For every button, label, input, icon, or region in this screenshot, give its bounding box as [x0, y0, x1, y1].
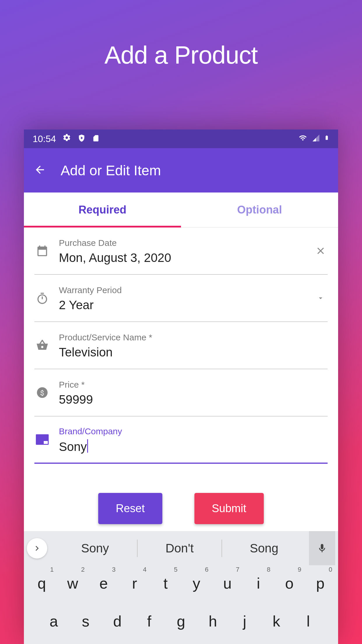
field-brand[interactable]: Brand/Company Sony — [34, 416, 328, 464]
phone-frame: 10:54 Add or Edit I — [24, 130, 338, 644]
signal-icon — [312, 134, 320, 144]
field-value: Mon, August 3, 2020 — [59, 251, 305, 265]
status-bar: 10:54 — [24, 130, 338, 148]
key-s[interactable]: s — [70, 606, 101, 636]
key-i[interactable]: i8 — [243, 568, 274, 598]
key-t[interactable]: t5 — [150, 568, 181, 598]
key-e[interactable]: e3 — [88, 568, 119, 598]
field-value: Television — [59, 345, 328, 359]
field-warranty-period[interactable]: Warranty Period 2 Year — [34, 275, 328, 322]
form: Purchase Date Mon, August 3, 2020 Warran… — [24, 228, 338, 531]
app-bar: Add or Edit Item — [24, 148, 338, 192]
folder-icon — [34, 432, 50, 447]
sd-card-icon — [92, 134, 100, 144]
key-d[interactable]: d — [101, 606, 133, 636]
field-label: Brand/Company — [59, 426, 328, 436]
suggestion-3[interactable]: Song — [222, 536, 306, 561]
field-value: 2 Year — [59, 298, 305, 312]
key-u[interactable]: u7 — [212, 568, 243, 598]
tab-required[interactable]: Required — [24, 192, 181, 227]
field-label: Purchase Date — [59, 238, 305, 248]
key-k[interactable]: k — [261, 606, 292, 636]
clear-icon[interactable] — [314, 244, 328, 258]
basket-icon — [34, 337, 50, 353]
field-price[interactable]: Price * 59999 — [34, 369, 328, 416]
microphone-icon[interactable] — [309, 531, 335, 565]
key-j[interactable]: j — [229, 606, 261, 636]
status-time: 10:54 — [33, 134, 56, 144]
wifi-icon — [298, 134, 308, 144]
field-value: 59999 — [59, 393, 328, 407]
back-arrow-icon[interactable] — [34, 164, 46, 177]
svg-point-0 — [38, 295, 46, 303]
key-f[interactable]: f — [133, 606, 165, 636]
tabs: Required Optional — [24, 192, 338, 228]
field-purchase-date[interactable]: Purchase Date Mon, August 3, 2020 — [34, 228, 328, 275]
submit-button[interactable]: Submit — [194, 493, 264, 524]
field-label: Price * — [59, 380, 328, 390]
field-label: Warranty Period — [59, 285, 305, 295]
keyboard: Sony Don't Song q1 w2 e3 r4 t5 y6 u7 i8 … — [24, 531, 338, 644]
dollar-icon — [34, 385, 50, 400]
suggestion-2[interactable]: Don't — [138, 536, 222, 561]
keyboard-row-1: q1 w2 e3 r4 t5 y6 u7 i8 o9 p0 — [26, 568, 336, 598]
key-a[interactable]: a — [38, 606, 70, 636]
key-y[interactable]: y6 — [181, 568, 212, 598]
key-l[interactable]: l — [292, 606, 324, 636]
suggestion-1[interactable]: Sony — [53, 536, 137, 561]
key-p[interactable]: p0 — [305, 568, 336, 598]
reset-button[interactable]: Reset — [98, 493, 162, 524]
timer-icon — [34, 290, 50, 306]
field-product-name[interactable]: Product/Service Name * Television — [34, 322, 328, 369]
gear-icon — [62, 133, 71, 144]
key-g[interactable]: g — [165, 606, 197, 636]
key-o[interactable]: o9 — [274, 568, 305, 598]
keyboard-row-2: a s d f g h j k l — [26, 606, 336, 636]
battery-icon — [324, 133, 329, 144]
dropdown-icon[interactable] — [314, 291, 328, 305]
hero-title: Add a Product — [0, 0, 362, 69]
key-r[interactable]: r4 — [119, 568, 150, 598]
key-w[interactable]: w2 — [57, 568, 88, 598]
suggestion-row: Sony Don't Song — [24, 531, 338, 565]
expand-chevron-icon[interactable] — [27, 538, 47, 559]
field-label: Product/Service Name * — [59, 332, 328, 342]
calendar-icon — [34, 243, 50, 259]
tab-optional[interactable]: Optional — [181, 192, 338, 227]
key-q[interactable]: q1 — [26, 568, 57, 598]
app-bar-title: Add or Edit Item — [61, 162, 161, 178]
field-value: Sony — [59, 439, 328, 454]
text-cursor — [87, 439, 88, 453]
key-h[interactable]: h — [197, 606, 229, 636]
shield-play-icon — [78, 134, 86, 144]
